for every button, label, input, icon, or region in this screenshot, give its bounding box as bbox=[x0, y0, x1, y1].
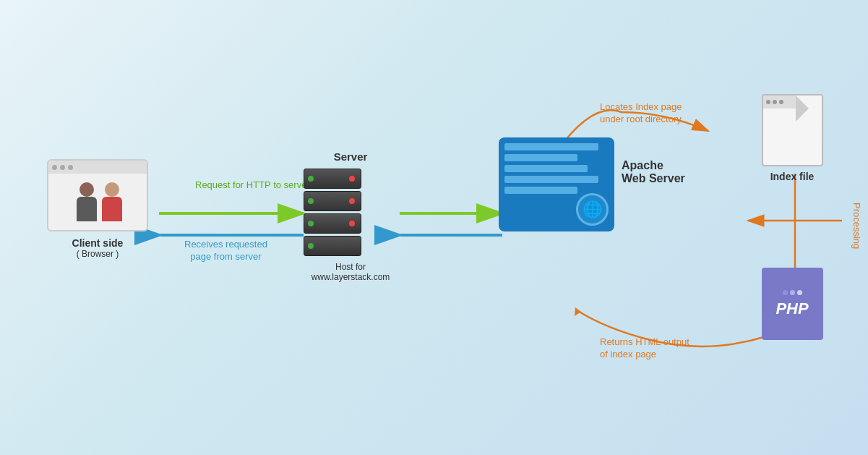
apache-screen-icon: 🌐 bbox=[499, 137, 614, 231]
browser-window-icon bbox=[47, 159, 148, 231]
processing-label: Processing bbox=[851, 203, 862, 249]
locates-index-label: Locates Index pageunder root directory bbox=[600, 101, 682, 126]
server-label: Server bbox=[304, 150, 398, 163]
apache-label: Apache Web Server bbox=[622, 159, 685, 185]
receives-page-label: Receives requestedpage from server bbox=[184, 239, 267, 263]
index-file-node: Index file bbox=[756, 94, 828, 182]
php-node: PHP bbox=[756, 268, 828, 340]
http-request-label: Request for HTTP to server bbox=[195, 179, 310, 192]
server-sublabel1: Host for bbox=[304, 262, 398, 272]
client-node: Client side ( Browser ) bbox=[40, 159, 155, 259]
php-icon: PHP bbox=[762, 268, 823, 340]
server-node: Server Host for www.layerstack.com bbox=[304, 145, 398, 282]
php-label: PHP bbox=[775, 299, 808, 318]
returns-html-label: Returns HTML outputof index page bbox=[600, 336, 689, 361]
diagram-container: Client side ( Browser ) Request for HTTP… bbox=[0, 0, 868, 455]
index-file-label: Index file bbox=[756, 171, 828, 182]
svg-marker-13 bbox=[575, 307, 581, 316]
client-sublabel: ( Browser ) bbox=[40, 249, 155, 259]
index-file-icon bbox=[762, 94, 823, 166]
server-sublabel2: www.layerstack.com bbox=[304, 272, 398, 282]
apache-node: 🌐 bbox=[499, 137, 614, 231]
client-label: Client side bbox=[40, 237, 155, 249]
